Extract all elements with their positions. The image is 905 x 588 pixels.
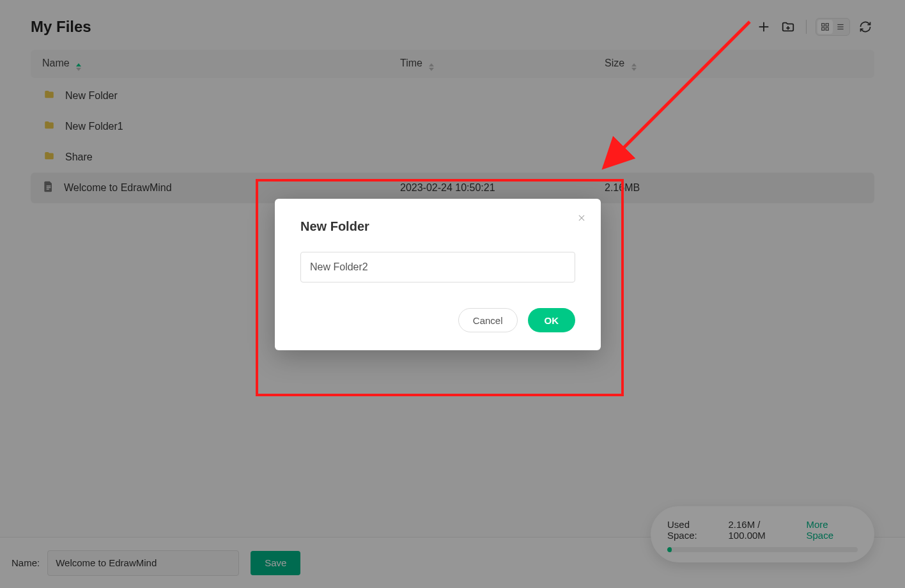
new-folder-dialog: New Folder Cancel OK [275,199,601,350]
folder-name-input[interactable] [300,252,575,282]
table-row[interactable]: Share [31,142,874,173]
folder-icon [42,150,56,164]
column-time-label: Time [400,58,422,68]
cell-name: New Folder [42,89,400,103]
table-row[interactable]: New Folder [31,81,874,111]
cell-name: Welcome to EdrawMind [42,180,400,196]
page-title: My Files [31,18,91,36]
svg-rect-12 [47,187,51,188]
table-row[interactable]: New Folder1 [31,111,874,142]
header-row: My Files [31,13,874,41]
grid-view-icon[interactable] [817,20,833,34]
column-size[interactable]: Size [605,58,863,71]
header-divider [806,20,807,34]
new-folder-icon[interactable] [779,18,797,36]
cell-size: 2.16MB [605,182,863,194]
header-actions [755,18,874,36]
row-name-label: New Folder [65,90,118,102]
sort-icon [631,63,637,71]
table-header: Name Time Size [31,50,874,78]
svg-rect-4 [822,24,824,26]
row-name-label: Share [65,151,93,163]
file-name-input[interactable] [47,550,239,576]
svg-rect-11 [47,185,51,186]
footer-name-label: Name: [12,557,40,568]
cell-name: Share [42,150,400,164]
view-toggle [816,18,850,36]
used-space-pill: Used Space: 2.16M / 100.00M More Space [651,506,874,562]
svg-rect-13 [47,189,49,189]
sort-icon [429,63,434,71]
cancel-button[interactable]: Cancel [458,308,518,332]
space-bar-fill [667,547,672,552]
column-name[interactable]: Name [42,58,400,71]
column-size-label: Size [605,58,624,68]
svg-rect-5 [826,24,828,26]
svg-rect-6 [822,27,824,30]
close-icon[interactable] [574,210,589,226]
row-name-label: New Folder1 [65,121,123,132]
folder-icon [42,120,56,134]
svg-rect-7 [826,27,828,30]
more-space-link[interactable]: More Space [807,519,858,541]
sort-asc-icon [76,63,81,71]
cell-time: 2023-02-24 10:50:21 [400,182,605,194]
ok-button[interactable]: OK [528,308,576,332]
file-icon [42,180,55,196]
refresh-icon[interactable] [856,18,874,36]
space-bar [667,547,858,552]
column-time[interactable]: Time [400,58,605,71]
list-view-icon[interactable] [833,20,848,34]
cell-name: New Folder1 [42,120,400,134]
save-button[interactable]: Save [251,551,300,575]
row-name-label: Welcome to EdrawMind [64,182,172,194]
folder-icon [42,89,56,103]
dialog-title: New Folder [300,219,575,234]
plus-icon[interactable] [755,18,773,36]
used-space-label: Used Space: [667,519,722,541]
table-body: New FolderNew Folder1ShareWelcome to Edr… [31,81,874,203]
column-name-label: Name [42,58,70,68]
used-space-value: 2.16M / 100.00M [728,519,800,541]
